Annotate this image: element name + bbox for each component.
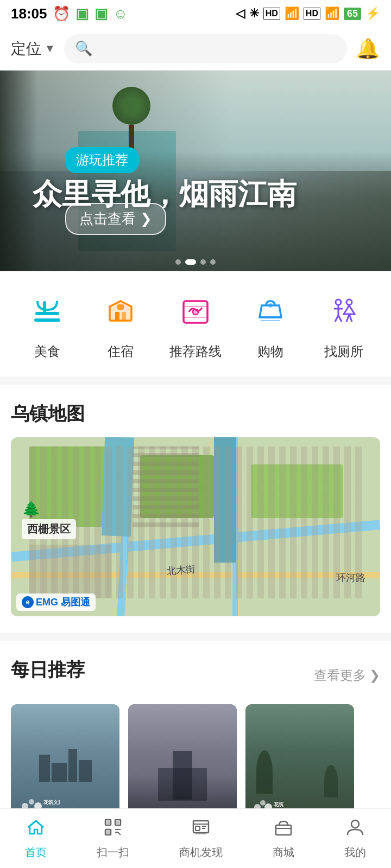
status-icon2: ▣ (94, 5, 108, 22)
svg-point-24 (29, 799, 34, 805)
recommend-card-3[interactable]: 花筑 FLORAL HO... (245, 704, 354, 824)
hd-badge2: HD (304, 8, 320, 20)
recommend-card-1[interactable]: 花筑文意 FLORAL HOTEL AIYI HOMES (11, 704, 119, 824)
hotel-label: 住宿 (108, 343, 134, 360)
svg-line-44 (118, 832, 121, 835)
category-hotel[interactable]: 住宿 (96, 288, 145, 360)
map-tree-icon: 🌲 (22, 500, 41, 518)
toilet-icon (319, 288, 368, 336)
nav-profile[interactable]: 我的 (344, 818, 366, 860)
svg-rect-5 (117, 304, 124, 310)
gps-icon: ◁ (236, 7, 245, 21)
status-icon1: ▣ (75, 5, 89, 22)
bottom-nav: 首页 扫一扫 (0, 808, 391, 868)
wifi-icon: 📶 (325, 7, 339, 21)
recommend-title: 每日推荐 (11, 658, 85, 682)
shop-icon (246, 288, 295, 336)
map-block2 (29, 545, 111, 598)
card3-tree1 (256, 750, 273, 794)
recommend-card-2[interactable] (128, 704, 237, 824)
profile-icon (345, 818, 365, 842)
svg-text:花筑文意: 花筑文意 (43, 800, 60, 805)
dot-4 (210, 259, 216, 265)
food-label: 美食 (34, 343, 60, 360)
scan-label: 扫一扫 (97, 845, 129, 860)
bluetooth-icon: ✳ (249, 7, 259, 21)
svg-rect-39 (106, 821, 110, 824)
battery-icon: 65 (344, 8, 361, 20)
recommend-header: 每日推荐 查看更多 ❯ (11, 658, 380, 693)
svg-point-53 (351, 820, 359, 828)
food-icon (23, 288, 72, 336)
chevron-right-icon2: ❯ (369, 668, 380, 683)
charging-icon: ⚡ (365, 7, 380, 21)
svg-rect-47 (195, 826, 200, 831)
status-bar: 18:05 ⏰ ▣ ▣ ☺ ◁ ✳ HD 📶 HD 📶 65 ⚡ (0, 0, 391, 27)
nav-home[interactable]: 首页 (25, 818, 47, 860)
nav-business[interactable]: 商机发现 (179, 818, 223, 860)
category-route[interactable]: 推荐路线 (169, 288, 222, 360)
svg-rect-40 (116, 821, 119, 824)
svg-rect-0 (35, 312, 59, 315)
dot-1 (175, 259, 181, 265)
nav-scan[interactable]: 扫一扫 (97, 818, 129, 860)
mall-label: 商城 (273, 845, 294, 860)
svg-point-12 (268, 303, 273, 308)
location-arrow-icon: ▼ (45, 42, 55, 55)
toilet-label: 找厕所 (324, 343, 363, 360)
home-label: 首页 (25, 845, 47, 860)
status-left: 18:05 ⏰ ▣ ▣ ☺ (11, 5, 128, 22)
category-food[interactable]: 美食 (23, 288, 72, 360)
hd-badge: HD (263, 8, 280, 20)
business-icon (191, 818, 211, 842)
emg-circle-icon: e (22, 596, 34, 608)
emg-logo-text: EMG 易图通 (36, 596, 90, 609)
map-container[interactable]: 🌲 西栅景区 北木街 环河路 e EMG 易图通 (11, 437, 380, 616)
top-nav: 定位 ▼ 🔍 🔔 (0, 27, 391, 71)
map-title: 乌镇地图 (11, 401, 380, 426)
location-label: 定位 (11, 39, 41, 59)
status-right: ◁ ✳ HD 📶 HD 📶 65 ⚡ (236, 7, 380, 21)
profile-label: 我的 (344, 845, 366, 860)
nav-mall[interactable]: 商城 (273, 818, 294, 860)
hotel-icon (96, 288, 145, 336)
business-label: 商机发现 (179, 845, 223, 860)
location-button[interactable]: 定位 ▼ (11, 39, 55, 59)
category-shop[interactable]: 购物 (246, 288, 295, 360)
status-alarm-icon: ⏰ (53, 5, 70, 22)
recommend-list: 花筑文意 FLORAL HOTEL AIYI HOMES (11, 704, 380, 824)
category-toilet[interactable]: 找厕所 (319, 288, 368, 360)
svg-point-31 (260, 800, 266, 806)
bell-icon[interactable]: 🔔 (356, 37, 380, 60)
dot-3 (200, 259, 206, 265)
mall-icon (274, 818, 293, 842)
view-more-button[interactable]: 查看更多 ❯ (314, 667, 380, 684)
view-more-label: 查看更多 (314, 667, 366, 684)
map-xichan-label-group: 🌲 西栅景区 (22, 500, 76, 539)
banner-cta-button[interactable]: 点击查看 ❯ (65, 203, 166, 235)
svg-rect-4 (122, 312, 126, 321)
svg-line-22 (349, 314, 352, 322)
card1-buildings (11, 749, 119, 782)
shop-label: 购物 (257, 343, 283, 360)
signal-icon: 📶 (285, 7, 299, 21)
svg-line-18 (335, 315, 338, 322)
card3-tree2 (324, 765, 338, 797)
chevron-right-icon: ❯ (140, 210, 152, 227)
dot-2 (185, 259, 196, 265)
map-bg: 🌲 西栅景区 北木街 环河路 e EMG 易图通 (11, 437, 380, 616)
svg-point-15 (336, 299, 341, 305)
banner-tag: 游玩推荐 (65, 147, 139, 173)
svg-rect-41 (106, 831, 110, 834)
status-icon3: ☺ (113, 5, 128, 22)
svg-rect-51 (276, 825, 291, 835)
svg-rect-2 (34, 318, 60, 322)
svg-rect-3 (115, 312, 119, 321)
map-huanhe-label: 环河路 (336, 571, 365, 584)
banner-text-overlay (0, 71, 391, 271)
map-logo: e EMG 易图通 (16, 593, 96, 611)
banner-dots (175, 259, 216, 265)
search-bar[interactable]: 🔍 (64, 34, 347, 63)
home-icon (26, 818, 46, 842)
svg-rect-1 (43, 301, 46, 313)
